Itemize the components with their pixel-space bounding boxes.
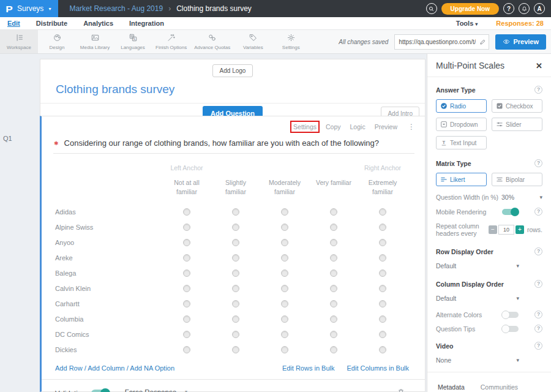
add-logo-button[interactable]: Add Logo xyxy=(212,64,253,77)
matrix-radio[interactable] xyxy=(379,285,386,292)
help-icon[interactable]: ? xyxy=(534,342,542,350)
video-dropdown[interactable]: None ▾ xyxy=(436,356,542,364)
matrix-radio[interactable] xyxy=(183,208,190,216)
matrix-radio[interactable] xyxy=(330,331,337,338)
question-tips-toggle[interactable] xyxy=(502,326,519,332)
matrix-radio[interactable] xyxy=(232,224,239,231)
matrix-radio[interactable] xyxy=(183,346,190,353)
matrix-radio[interactable] xyxy=(183,300,190,307)
matrix-radio[interactable] xyxy=(330,224,337,231)
matrix-radio[interactable] xyxy=(281,300,288,307)
matrix-radio[interactable] xyxy=(330,315,337,323)
help-icon[interactable]: ? xyxy=(534,159,542,167)
matrix-radio[interactable] xyxy=(281,254,288,262)
matrix-radio[interactable] xyxy=(330,285,337,292)
row-label[interactable]: Carhartt xyxy=(55,300,162,307)
matrix-radio[interactable] xyxy=(281,239,288,246)
matrix-radio[interactable] xyxy=(330,208,337,216)
avatar[interactable]: A xyxy=(534,3,545,14)
column-header-slightly-familiar[interactable]: Slightly familiar xyxy=(211,178,260,197)
toolbar-item-media-library[interactable]: Media Library xyxy=(76,30,114,53)
responses-count[interactable]: Responses: 28 xyxy=(496,20,544,27)
row-label[interactable]: Dickies xyxy=(55,346,162,353)
matrix-radio[interactable] xyxy=(183,270,190,277)
matrix-radio[interactable] xyxy=(281,270,288,277)
answer-type-option-slider[interactable]: Slider xyxy=(492,118,542,131)
matrix-radio[interactable] xyxy=(281,331,288,338)
toolbar-item-advance-quotas[interactable]: Advance Quotas xyxy=(190,30,234,53)
matrix-radio[interactable] xyxy=(183,331,190,338)
question-text[interactable]: Considering our range of clothing brands… xyxy=(64,138,380,148)
row-label[interactable]: Alpine Swiss xyxy=(55,224,162,231)
toolbar-item-variables[interactable]: Variables xyxy=(234,30,272,53)
preview-button[interactable]: Preview xyxy=(495,34,546,50)
matrix-radio[interactable] xyxy=(232,331,239,338)
edit-url-button[interactable] xyxy=(479,39,486,45)
toolbar-item-finish-options[interactable]: Finish Options xyxy=(152,30,190,53)
upgrade-now-button[interactable]: Upgrade Now xyxy=(441,3,499,15)
close-panel-button[interactable]: ✕ xyxy=(536,61,542,70)
edit-columns-in-bulk-link[interactable]: Edit Columns in Bulk xyxy=(347,364,410,372)
matrix-radio[interactable] xyxy=(281,285,288,292)
matrix-radio[interactable] xyxy=(183,239,190,246)
matrix-radio[interactable] xyxy=(232,285,239,292)
add-row-link[interactable]: Add Row xyxy=(55,364,83,372)
tools-menu[interactable]: Tools ▾ xyxy=(456,20,478,27)
answer-type-option-text-input[interactable]: TText Input xyxy=(436,136,487,149)
help-icon[interactable]: ? xyxy=(534,247,542,255)
nav-tab-integration[interactable]: Integration xyxy=(129,20,164,27)
matrix-radio[interactable] xyxy=(232,239,239,246)
alternate-colors-toggle[interactable] xyxy=(502,312,519,318)
matrix-radio[interactable] xyxy=(379,331,386,338)
row-label[interactable]: Balega xyxy=(55,270,162,277)
toolbar-item-settings[interactable]: Settings xyxy=(272,30,310,53)
matrix-radio[interactable] xyxy=(379,224,386,231)
matrix-radio[interactable] xyxy=(232,208,239,216)
row-display-order-dropdown[interactable]: Default ▾ xyxy=(436,262,542,270)
matrix-radio[interactable] xyxy=(232,315,239,323)
nav-tab-analytics[interactable]: Analytics xyxy=(83,20,113,27)
delete-question-button[interactable] xyxy=(397,388,405,392)
question-action-logic[interactable]: Logic xyxy=(350,123,365,130)
column-header-very-familiar[interactable]: Very familiar xyxy=(309,178,358,187)
toolbar-item-design[interactable]: Design xyxy=(38,30,76,53)
question-action-copy[interactable]: Copy xyxy=(326,123,341,130)
column-header-extremely-familiar[interactable]: Extremely familiar xyxy=(358,178,407,197)
matrix-radio[interactable] xyxy=(379,239,386,246)
column-header-not-at-all-familiar[interactable]: Not at all familiar xyxy=(162,178,211,197)
notifications-button[interactable] xyxy=(519,3,530,14)
row-label[interactable]: Columbia xyxy=(55,315,162,323)
help-icon[interactable]: ? xyxy=(534,325,542,333)
help-icon[interactable]: ? xyxy=(534,86,542,94)
panel-tab-metadata[interactable]: Metadata xyxy=(437,382,465,392)
matrix-radio[interactable] xyxy=(330,270,337,277)
nav-tab-distribute[interactable]: Distribute xyxy=(36,20,67,27)
matrix-radio[interactable] xyxy=(330,300,337,307)
help-icon[interactable]: ? xyxy=(534,311,542,318)
matrix-radio[interactable] xyxy=(183,254,190,262)
answer-type-option-checkbox[interactable]: Checkbox xyxy=(492,99,542,113)
row-label[interactable]: Calvin Klein xyxy=(55,285,162,292)
force-response-dropdown[interactable]: Force Response▾ xyxy=(123,388,189,392)
help-icon[interactable]: ? xyxy=(534,280,542,288)
matrix-radio[interactable] xyxy=(183,224,190,231)
matrix-radio[interactable] xyxy=(379,208,386,216)
matrix-radio[interactable] xyxy=(379,300,386,307)
matrix-radio[interactable] xyxy=(379,346,386,353)
matrix-radio[interactable] xyxy=(330,254,337,262)
mobile-rendering-toggle[interactable] xyxy=(502,209,519,215)
row-label[interactable]: DC Comics xyxy=(55,331,162,338)
row-label[interactable]: Adidas xyxy=(55,208,162,216)
matrix-radio[interactable] xyxy=(183,315,190,323)
breadcrumb-parent[interactable]: Market Research - Aug 2019 xyxy=(69,4,163,13)
toolbar-item-languages[interactable]: ALanguages xyxy=(114,30,152,53)
row-label[interactable]: Areke xyxy=(55,254,162,262)
answer-type-option-dropdown[interactable]: Dropdown xyxy=(436,118,487,131)
question-action-preview[interactable]: Preview xyxy=(375,123,397,130)
chevron-down-icon[interactable]: ▾ xyxy=(539,194,542,200)
matrix-radio[interactable] xyxy=(281,346,288,353)
matrix-type-option-bipolar[interactable]: Bipolar xyxy=(492,173,542,186)
matrix-radio[interactable] xyxy=(281,224,288,231)
add-column-link[interactable]: Add Column xyxy=(88,364,125,372)
kebab-menu-icon[interactable]: ⋮ xyxy=(407,123,416,131)
